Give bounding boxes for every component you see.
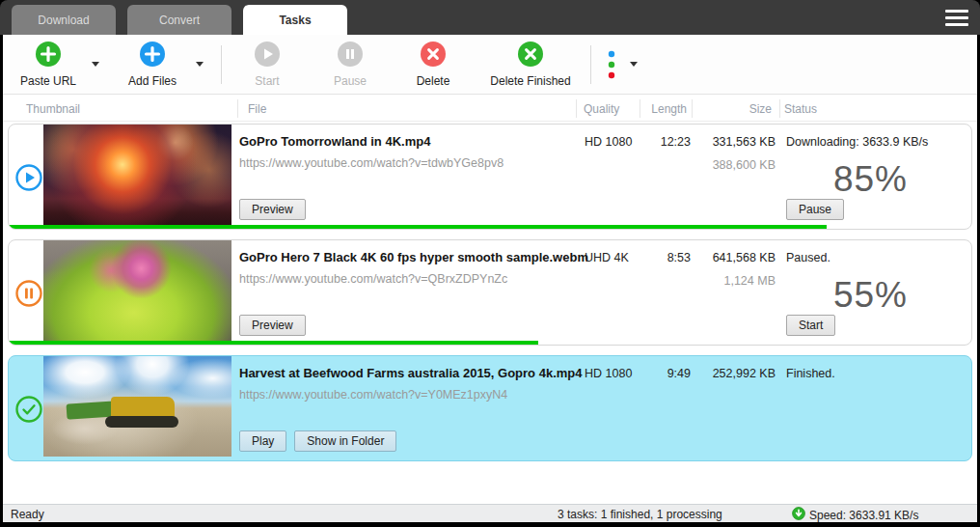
thumbnail-flowers <box>43 240 231 341</box>
main-content: Paste URL Add Files Start <box>3 35 977 522</box>
header-quality[interactable]: Quality <box>584 102 619 116</box>
task-size-total: 388,600 KB <box>674 158 776 172</box>
app-window: Download Convert Tasks Paste URL Add Fil… <box>0 0 980 527</box>
status-bar: Ready 3 tasks: 1 finished, 1 processing … <box>3 504 977 522</box>
task-size-downloaded: 252,992 KB <box>674 367 776 380</box>
task-size-downloaded: 331,563 KB <box>674 135 776 149</box>
hamburger-menu-icon[interactable] <box>945 10 968 26</box>
add-files-dropdown[interactable] <box>188 62 211 67</box>
task-url: https://www.youtube.com/watch?v=tdwbYGe8… <box>239 156 504 170</box>
play-button[interactable]: Play <box>239 430 286 452</box>
task-row-downloading[interactable]: GoPro Tomorrowland in 4K.mp4 https://www… <box>8 124 972 230</box>
paste-url-dropdown[interactable] <box>84 62 107 67</box>
task-row-paused[interactable]: GoPro Hero 7 Black 4K 60 fps hyper smoot… <box>8 239 972 346</box>
plus-circle-blue-icon <box>140 42 165 70</box>
add-files-button[interactable]: Add Files <box>117 42 188 88</box>
task-quality: HD 1080 <box>585 135 632 149</box>
task-url: https://www.youtube.com/watch?v=Y0MEz1px… <box>239 388 507 402</box>
task-status: Downloading: 3633.9 KB/s <box>786 135 928 149</box>
x-circle-green-icon <box>518 42 543 70</box>
toolbar-separator <box>221 45 222 84</box>
start-button[interactable]: Start <box>231 42 303 88</box>
status-ready: Ready <box>11 508 44 521</box>
task-size-downloaded: 641,568 KB <box>674 251 776 264</box>
options-dots-icon[interactable] <box>601 49 622 80</box>
check-icon[interactable] <box>15 396 42 423</box>
task-status: Paused. <box>786 251 830 264</box>
tab-convert[interactable]: Convert <box>127 5 231 35</box>
pause-icon[interactable] <box>15 280 42 307</box>
task-list: GoPro Tomorrowland in 4K.mp4 https://www… <box>3 122 977 471</box>
pause-circle-gray-icon <box>338 42 363 70</box>
task-url: https://www.youtube.com/watch?v=QBrxZDPY… <box>239 272 507 286</box>
task-status: Finished. <box>786 367 835 380</box>
preview-button[interactable]: Preview <box>239 199 306 220</box>
delete-button[interactable]: Delete <box>397 42 469 88</box>
task-title: Harvest at Beefwood Farms australia 2015… <box>239 366 582 380</box>
header-thumbnail[interactable]: Thumbnail <box>26 102 80 116</box>
speed-text: Speed: 3633.91 KB/s <box>809 509 918 522</box>
row-pause-button[interactable]: Pause <box>786 199 844 220</box>
header-size[interactable]: Size <box>709 102 772 116</box>
title-bar: Download Convert Tasks <box>0 0 980 35</box>
task-title: GoPro Tomorrowland in 4K.mp4 <box>239 134 430 149</box>
speed-download-icon <box>792 507 805 523</box>
x-circle-red-icon <box>421 42 446 70</box>
status-task-summary: 3 tasks: 1 finished, 1 processing <box>558 508 722 521</box>
toolbar: Paste URL Add Files Start <box>3 35 977 95</box>
task-size-total: 1,124 MB <box>674 274 776 288</box>
header-file[interactable]: File <box>248 102 266 116</box>
header-length[interactable]: Length <box>643 102 687 116</box>
task-row-finished[interactable]: Harvest at Beefwood Farms australia 2015… <box>8 355 972 461</box>
table-header: Thumbnail File Quality Length Size Statu… <box>3 96 977 122</box>
row-start-button[interactable]: Start <box>786 315 835 336</box>
task-percent: 55% <box>833 275 908 316</box>
pause-button[interactable]: Pause <box>314 42 386 88</box>
task-percent: 85% <box>833 159 908 200</box>
plus-circle-green-icon <box>36 42 61 70</box>
tab-bar: Download Convert Tasks <box>12 5 347 35</box>
delete-finished-button[interactable]: Delete Finished <box>480 42 581 88</box>
options-dropdown[interactable] <box>622 62 645 67</box>
thumbnail-fireworks <box>43 125 231 225</box>
toolbar-separator <box>590 45 591 84</box>
play-circle-gray-icon <box>255 42 280 70</box>
task-title: GoPro Hero 7 Black 4K 60 fps hyper smoot… <box>239 250 588 264</box>
show-in-folder-button[interactable]: Show in Folder <box>294 430 396 452</box>
play-icon[interactable] <box>15 164 42 191</box>
preview-button[interactable]: Preview <box>239 315 306 336</box>
progress-bar <box>9 341 538 345</box>
header-status[interactable]: Status <box>784 102 817 116</box>
tab-tasks[interactable]: Tasks <box>243 5 347 35</box>
tab-download[interactable]: Download <box>12 5 116 35</box>
thumbnail-tractor <box>43 356 231 457</box>
status-speed: Speed: 3633.91 KB/s <box>792 507 918 523</box>
paste-url-button[interactable]: Paste URL <box>13 42 84 88</box>
task-quality: UHD 4K <box>585 251 629 264</box>
progress-bar <box>9 225 827 229</box>
task-quality: HD 1080 <box>585 367 632 380</box>
